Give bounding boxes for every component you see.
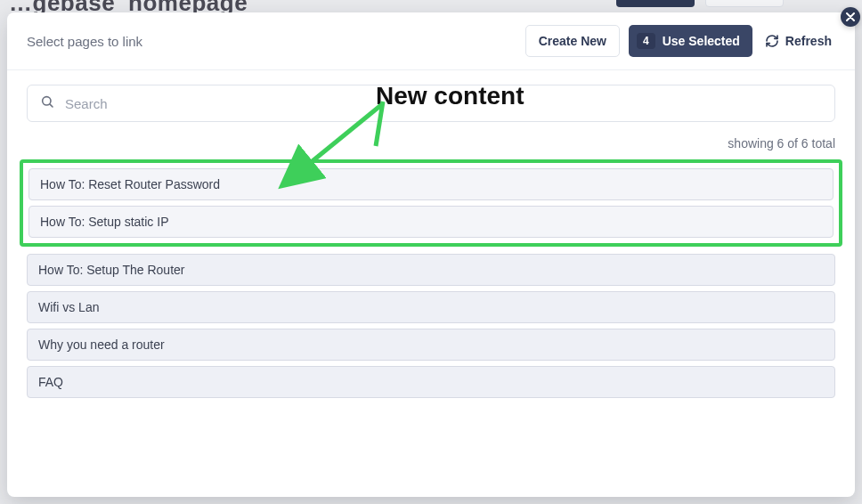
link-pages-modal: Select pages to link Create New 4 Use Se… [7,12,855,497]
list-item-label: How To: Setup The Router [38,263,184,277]
list-item[interactable]: How To: Setup static IP [28,206,834,238]
search-input[interactable] [65,96,822,111]
page-list: How To: Reset Router Password How To: Se… [7,159,855,409]
modal-header: Select pages to link Create New 4 Use Se… [7,12,855,70]
create-new-label: Create New [539,34,606,48]
refresh-button[interactable]: Refresh [761,27,835,55]
list-item[interactable]: Wifi vs Lan [27,291,835,323]
refresh-label: Refresh [785,34,832,48]
modal-title: Select pages to link [27,34,525,49]
header-actions: Create New 4 Use Selected Refresh [525,25,835,57]
search-section [7,70,855,127]
list-item-label: Why you need a router [38,337,165,352]
create-new-button[interactable]: Create New [525,25,620,57]
close-icon [846,12,855,21]
highlighted-group: How To: Reset Router Password How To: Se… [20,159,842,247]
use-selected-label: Use Selected [663,34,740,48]
list-item-label: Wifi vs Lan [38,300,99,314]
search-box[interactable] [27,85,835,122]
list-item-label: FAQ [38,375,63,389]
list-item[interactable]: Why you need a router [27,329,835,361]
background-button-secondary [705,0,784,7]
list-item[interactable]: How To: Reset Router Password [28,168,834,200]
list-item[interactable]: How To: Setup The Router [27,254,835,286]
list-item-label: How To: Reset Router Password [40,177,220,191]
use-selected-button[interactable]: 4 Use Selected [629,25,752,57]
background-button-primary [616,0,695,7]
close-button[interactable] [841,7,860,27]
refresh-icon [765,34,779,48]
selected-count-badge: 4 [637,33,655,49]
search-icon [40,94,54,112]
result-count: showing 6 of 6 total [7,127,855,159]
list-item-label: How To: Setup static IP [40,215,168,229]
list-item[interactable]: FAQ [27,366,835,398]
